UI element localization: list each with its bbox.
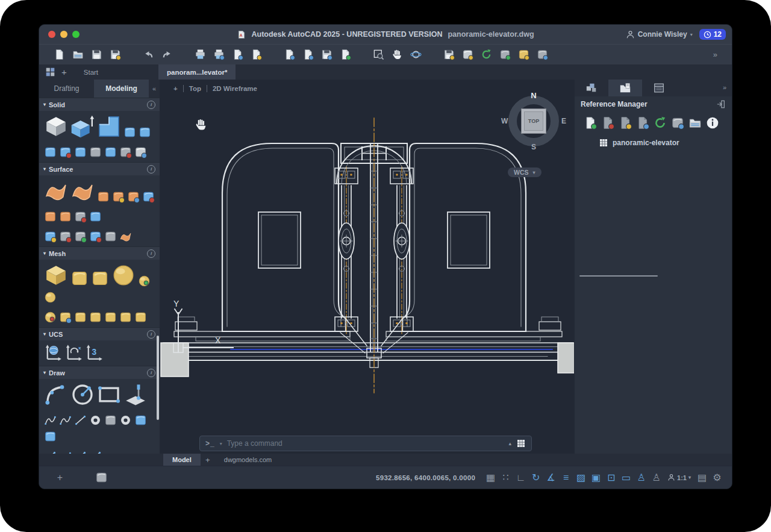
ray-icon[interactable]	[74, 450, 87, 454]
circle-icon[interactable]	[70, 383, 95, 407]
add-palette-icon[interactable]: +	[52, 471, 67, 485]
point-icon[interactable]	[89, 414, 102, 427]
spline-cv-icon[interactable]	[59, 414, 72, 427]
object-snap-icon[interactable]: ⊡	[604, 471, 619, 485]
extrude-face-icon[interactable]	[74, 311, 87, 324]
unload-reference-icon[interactable]	[619, 116, 632, 130]
ucs-rotate-z-icon[interactable]: x	[64, 344, 83, 362]
render-icon[interactable]	[537, 49, 548, 60]
sweep-icon[interactable]	[139, 126, 151, 139]
surface-fillet-icon[interactable]	[142, 190, 155, 203]
surface-offset-icon[interactable]	[127, 190, 140, 203]
trial-timer-badge[interactable]: 12	[699, 29, 726, 40]
section-header-ucs[interactable]: ▾ UCS i	[39, 327, 160, 340]
titlebar[interactable]: A Autodesk AutoCAD 2025 - UNREGISTERED V…	[39, 25, 732, 44]
section-header-draw[interactable]: ▾ Draw i	[39, 366, 160, 379]
viewcube-east[interactable]: E	[561, 117, 566, 125]
nurbs-creation-icon[interactable]	[44, 230, 57, 243]
user-menu[interactable]: Connie Wisley	[638, 30, 687, 39]
reload-reference-icon[interactable]	[636, 116, 649, 130]
viewcube[interactable]: N S W E TOP	[504, 92, 563, 151]
viewcube-south[interactable]: S	[531, 143, 536, 151]
surface-loft-icon[interactable]	[70, 179, 95, 203]
float-palette-icon[interactable]	[95, 471, 108, 484]
surface-sculpt-icon[interactable]	[74, 210, 87, 223]
object-snap-tracking-icon[interactable]: ∡	[543, 471, 558, 485]
xref-palette-icon[interactable]	[499, 49, 511, 60]
drawing-viewport[interactable]: Y X + Top 2D Wireframe N S W E TOP	[160, 80, 574, 454]
command-history-toggle[interactable]: ▴	[508, 440, 511, 446]
section-header-mesh[interactable]: ▾ Mesh i	[39, 246, 160, 260]
zoom-window-icon[interactable]	[373, 49, 384, 60]
wcs-dropdown[interactable]: WCS ▾	[508, 167, 542, 177]
mesh-sphere-icon[interactable]	[111, 263, 136, 287]
share-drawing-icon[interactable]	[340, 49, 351, 60]
ucs-world-icon[interactable]	[44, 344, 62, 362]
line-icon[interactable]	[74, 414, 87, 427]
surface-extend-icon[interactable]	[59, 210, 72, 223]
mesh-box-icon[interactable]	[44, 263, 68, 287]
cv-show-icon[interactable]	[104, 230, 117, 243]
pan-icon[interactable]	[392, 49, 403, 60]
dynamic-input-icon[interactable]: ▭	[619, 471, 634, 485]
attach-reference-icon[interactable]	[584, 116, 597, 130]
plot-icon[interactable]	[195, 49, 206, 60]
shell-icon[interactable]	[134, 146, 147, 158]
convert-to-surface-icon[interactable]	[89, 210, 102, 223]
cv-edit-bar-icon[interactable]	[59, 230, 72, 243]
box-icon[interactable]	[44, 114, 68, 139]
save-icon[interactable]	[91, 49, 102, 60]
refresh-references-icon[interactable]	[654, 116, 667, 130]
tab-start[interactable]: Start	[75, 64, 107, 80]
thicken-icon[interactable]	[104, 146, 117, 158]
materials-browser-icon[interactable]	[518, 49, 529, 60]
command-line[interactable]: >_ ▾ Type a command ▴	[199, 436, 532, 451]
collapse-face-icon[interactable]	[119, 311, 132, 324]
import-icon[interactable]	[284, 49, 295, 60]
new-drawing-tab-button[interactable]: +	[61, 67, 67, 77]
redo-icon[interactable]	[161, 49, 173, 60]
snap-mode-icon[interactable]: ∷	[498, 471, 513, 485]
cv-remove-icon[interactable]	[89, 230, 102, 243]
divide-icon[interactable]	[44, 450, 57, 454]
user-menu-caret[interactable]: ▾	[690, 32, 693, 37]
workspace-switching-icon[interactable]: ▤	[695, 471, 710, 485]
section-info-icon[interactable]: i	[147, 101, 155, 109]
view-controls-button[interactable]: Top	[183, 85, 207, 92]
command-customize-caret[interactable]: ▾	[220, 441, 222, 446]
construction-line-icon[interactable]	[89, 450, 102, 454]
tab-current-drawing[interactable]: panoram...levator*	[158, 64, 236, 80]
section-header-surface[interactable]: ▾ Surface i	[39, 162, 160, 175]
open-reference-icon[interactable]	[688, 116, 702, 130]
batch-plot-icon[interactable]	[251, 49, 262, 60]
export-icon[interactable]	[302, 49, 314, 60]
section-info-icon[interactable]: i	[147, 330, 155, 339]
close-button[interactable]	[48, 31, 55, 38]
helix-icon[interactable]	[104, 414, 117, 427]
section-info-icon[interactable]: i	[147, 249, 155, 258]
arc-icon[interactable]	[44, 383, 68, 407]
smooth-more-icon[interactable]	[91, 269, 109, 287]
command-input[interactable]: Type a command	[227, 439, 504, 448]
palette-tab-drafting[interactable]: Drafting	[39, 80, 94, 98]
surface-patch-icon[interactable]	[112, 190, 125, 203]
smooth-less-icon[interactable]	[44, 311, 57, 324]
spin-triangle-icon[interactable]	[134, 311, 147, 324]
zoom-button[interactable]	[72, 31, 80, 38]
section-info-icon[interactable]: i	[147, 165, 155, 174]
customization-gear-icon[interactable]: ⚙	[710, 471, 725, 485]
annotation-scale-control[interactable]: 1:1 ▾	[664, 474, 694, 481]
mesh-split-icon[interactable]	[59, 311, 72, 324]
palette-tab-modeling[interactable]: Modeling	[94, 80, 149, 98]
subtract-icon[interactable]	[59, 146, 72, 158]
extrude-icon[interactable]	[70, 114, 95, 139]
panel-overflow-button[interactable]: »	[717, 80, 732, 96]
viewcube-west[interactable]: W	[501, 117, 508, 125]
annotation-visibility-icon[interactable]: ♙	[649, 471, 664, 485]
orbit-icon[interactable]	[410, 49, 422, 60]
etransmit-icon[interactable]	[321, 49, 332, 60]
tab-dwgmodels[interactable]: dwgmodels.com	[215, 454, 281, 466]
open-icon[interactable]	[72, 49, 84, 60]
reference-list-item[interactable]: panoramic-elevator	[575, 135, 732, 150]
viewcube-north[interactable]: N	[531, 91, 536, 100]
